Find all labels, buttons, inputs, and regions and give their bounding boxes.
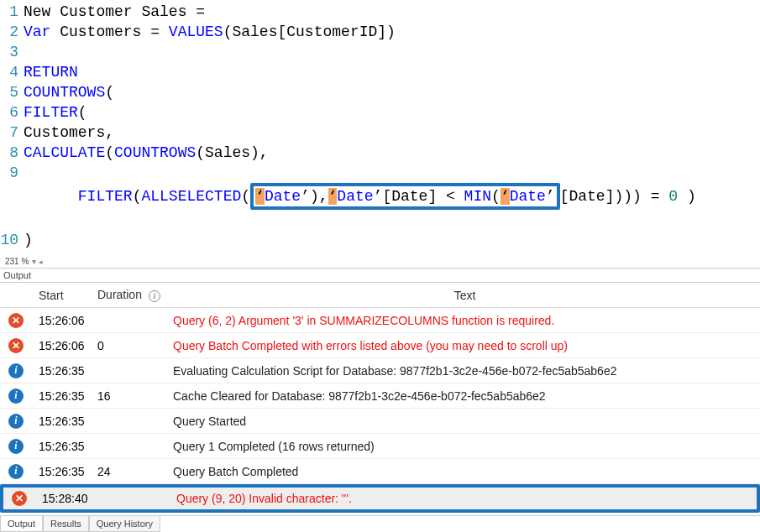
- cell-text: Query Batch Completed: [170, 465, 760, 478]
- line-number: 3: [0, 42, 24, 62]
- info-icon: i: [8, 464, 24, 479]
- error-icon: ✕: [8, 313, 24, 328]
- cell-start: 15:26:06: [37, 339, 94, 352]
- code-text: CALCULATE(COUNTROWS(Sales),: [24, 143, 269, 163]
- output-grid[interactable]: Start Duration i Text ✕15:26:06Query (6,…: [0, 283, 760, 513]
- zoom-dropdown-icon[interactable]: ▾: [32, 257, 35, 266]
- code-line[interactable]: 1New Customer Sales =: [0, 2, 760, 22]
- code-text: FILTER(: [24, 102, 87, 123]
- code-text: ): [24, 230, 33, 250]
- line-number: 4: [0, 62, 24, 82]
- code-line[interactable]: 7Customers,: [0, 123, 760, 143]
- info-icon: i: [8, 414, 24, 429]
- line-number: 7: [0, 123, 24, 143]
- output-panel-label: Output: [0, 269, 760, 283]
- zoom-reset-icon[interactable]: ◂: [39, 258, 43, 266]
- line-number: 8: [0, 143, 24, 163]
- code-line[interactable]: 5COUNTROWS(: [0, 82, 760, 102]
- output-panel: Output Start Duration i Text ✕15:26:06Qu…: [0, 268, 760, 532]
- error-icon: ✕: [8, 338, 24, 353]
- code-line[interactable]: 2Var Customers = VALUES(Sales[CustomerID…: [0, 22, 760, 42]
- info-icon: i: [8, 439, 24, 454]
- code-line[interactable]: 8CALCULATE(COUNTROWS(Sales),: [0, 143, 760, 163]
- table-row[interactable]: i15:26:35Query 1 Completed (16 rows retu…: [0, 434, 760, 459]
- cell-start: 15:26:35: [37, 415, 94, 428]
- highlighted-code-box: ‘Date’),‘Date’[Date] < MIN(‘Date’: [250, 183, 560, 210]
- header-duration[interactable]: Duration i: [94, 288, 170, 302]
- code-editor[interactable]: 1New Customer Sales =2Var Customers = VA…: [0, 0, 760, 253]
- tab-output[interactable]: Output: [0, 516, 43, 532]
- zoom-value: 231 %: [5, 257, 29, 266]
- line-number: 10: [0, 230, 24, 250]
- tab-query-history[interactable]: Query History: [89, 516, 160, 532]
- code-line-10[interactable]: 10 ): [0, 230, 760, 250]
- cell-duration: 24: [94, 465, 170, 478]
- cell-text: Query 1 Completed (16 rows returned): [170, 440, 760, 453]
- line-number: 6: [0, 102, 24, 123]
- info-icon: i: [8, 389, 24, 404]
- cell-start: 15:26:35: [37, 389, 94, 403]
- table-row[interactable]: ✕15:28:40Query (9, 20) Invalid character…: [0, 484, 760, 513]
- cell-start: 15:26:35: [37, 465, 94, 478]
- code-text: COUNTROWS(: [24, 82, 114, 102]
- output-tabs: Output Results Query History: [0, 515, 760, 532]
- code-text: Customers,: [24, 123, 114, 143]
- line-number: 5: [0, 82, 24, 102]
- table-row[interactable]: ✕15:26:06Query (6, 2) Argument '3' in SU…: [0, 308, 760, 333]
- line-number: 9: [0, 163, 24, 230]
- code-text: New Customer Sales =: [24, 2, 205, 22]
- code-text: Var Customers = VALUES(Sales[CustomerID]…: [24, 22, 396, 42]
- cell-duration: 0: [94, 339, 170, 352]
- token-allselected: ALLSELECTED: [141, 188, 241, 205]
- cell-start: 15:26:35: [37, 440, 94, 453]
- code-text: RETURN: [24, 62, 78, 82]
- header-start[interactable]: Start: [37, 289, 94, 302]
- cell-text: Query Started: [170, 415, 760, 428]
- table-row[interactable]: ✕15:26:060Query Batch Completed with err…: [0, 333, 760, 358]
- table-row[interactable]: i15:26:3516Cache Cleared for Database: 9…: [0, 383, 760, 409]
- code-line[interactable]: 6FILTER(: [0, 102, 760, 123]
- code-text: [24, 42, 33, 62]
- error-icon: ✕: [12, 491, 27, 506]
- grid-header-row: Start Duration i Text: [0, 283, 760, 308]
- cell-start: 15:26:06: [37, 314, 94, 327]
- cell-text: Cache Cleared for Database: 9877f2b1-3c2…: [170, 389, 760, 403]
- tab-results[interactable]: Results: [43, 516, 89, 532]
- cell-text: Query (9, 20) Invalid character: '''.: [173, 492, 757, 505]
- table-row[interactable]: i15:26:35Evaluating Calculation Script f…: [0, 358, 760, 383]
- cell-start: 15:26:35: [37, 364, 94, 378]
- line-number: 1: [0, 2, 24, 22]
- token-filter: FILTER: [78, 188, 133, 205]
- table-row[interactable]: i15:26:35Query Started: [0, 409, 760, 434]
- cell-text: Query (6, 2) Argument '3' in SUMMARIZECO…: [170, 314, 760, 327]
- header-text[interactable]: Text: [170, 289, 760, 302]
- info-icon: i: [8, 363, 24, 378]
- line-number: 2: [0, 22, 24, 42]
- cell-duration: 16: [94, 389, 170, 403]
- code-line[interactable]: 3: [0, 42, 760, 62]
- table-row[interactable]: i15:26:3524Query Batch Completed: [0, 459, 760, 484]
- cell-text: Query Batch Completed with errors listed…: [170, 339, 760, 352]
- cell-start: 15:28:40: [40, 492, 97, 505]
- code-line[interactable]: 4RETURN: [0, 62, 760, 82]
- code-line-9[interactable]: 9 FILTER(ALLSELECTED(‘Date’),‘Date’[Date…: [0, 163, 760, 230]
- info-icon[interactable]: i: [149, 290, 160, 302]
- cell-text: Evaluating Calculation Script for Databa…: [170, 364, 760, 378]
- zoom-indicator[interactable]: 231 % ▾ ◂: [0, 253, 760, 268]
